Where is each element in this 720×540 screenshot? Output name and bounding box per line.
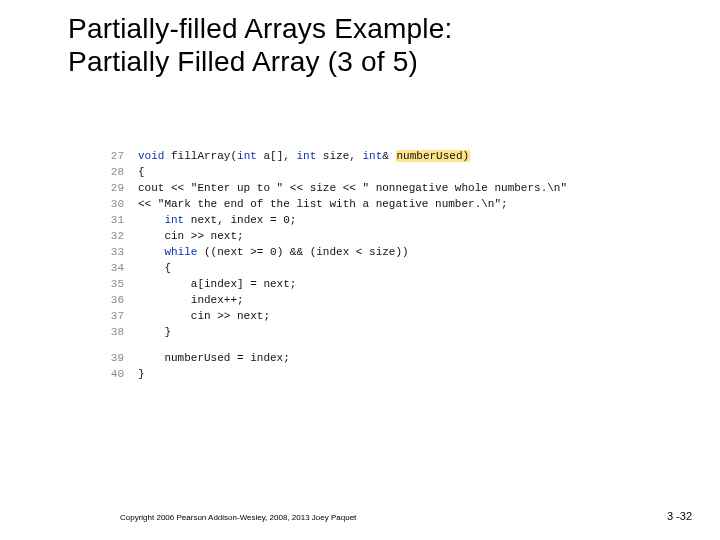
line-number: 34	[98, 260, 138, 276]
line-number: 30	[98, 196, 138, 212]
code-line-34: 34 {	[98, 260, 567, 276]
code-block: 27 void fillArray(int a[], int size, int…	[98, 148, 567, 382]
code-line-36: 36 index++;	[98, 292, 567, 308]
title-line-1: Partially-filled Arrays Example:	[68, 13, 453, 44]
title-line-2: Partially Filled Array (3 of 5)	[68, 46, 418, 77]
code-line-40: 40 }	[98, 366, 567, 382]
code-line-32: 32 cin >> next;	[98, 228, 567, 244]
code-text: cout << "Enter up to " << size << " nonn…	[138, 180, 567, 196]
code-text: void fillArray(int a[], int size, int& n…	[138, 148, 470, 164]
line-number: 39	[98, 350, 138, 366]
code-text: cin >> next;	[138, 308, 270, 324]
slide-title: Partially-filled Arrays Example: Partial…	[68, 12, 628, 78]
line-number: 29	[98, 180, 138, 196]
code-text: int next, index = 0;	[138, 212, 296, 228]
code-line-29: 29 cout << "Enter up to " << size << " n…	[98, 180, 567, 196]
line-number: 27	[98, 148, 138, 164]
code-text: {	[138, 164, 145, 180]
code-line-31: 31 int next, index = 0;	[98, 212, 567, 228]
line-number: 40	[98, 366, 138, 382]
code-line-27: 27 void fillArray(int a[], int size, int…	[98, 148, 567, 164]
line-number: 36	[98, 292, 138, 308]
code-text: index++;	[138, 292, 244, 308]
code-text: << "Mark the end of the list with a nega…	[138, 196, 508, 212]
slide: Partially-filled Arrays Example: Partial…	[0, 0, 720, 540]
code-line-39: 39 numberUsed = index;	[98, 350, 567, 366]
code-text: }	[138, 366, 145, 382]
line-number: 37	[98, 308, 138, 324]
code-text: numberUsed = index;	[138, 350, 290, 366]
code-line-38: 38 }	[98, 324, 567, 340]
code-line-28: 28 {	[98, 164, 567, 180]
code-text: while ((next >= 0) && (index < size))	[138, 244, 409, 260]
line-number: 32	[98, 228, 138, 244]
code-text: a[index] = next;	[138, 276, 296, 292]
code-line-30: 30 << "Mark the end of the list with a n…	[98, 196, 567, 212]
code-line-37: 37 cin >> next;	[98, 308, 567, 324]
page-number: 3 -32	[667, 510, 692, 522]
code-line-35: 35 a[index] = next;	[98, 276, 567, 292]
line-number: 28	[98, 164, 138, 180]
code-text: cin >> next;	[138, 228, 244, 244]
code-line-33: 33 while ((next >= 0) && (index < size))	[98, 244, 567, 260]
code-text: {	[138, 260, 171, 276]
code-text: }	[138, 324, 171, 340]
copyright-text: Copyright 2006 Pearson Addison-Wesley, 2…	[120, 513, 356, 522]
line-number: 38	[98, 324, 138, 340]
highlight-numberused: numberUsed)	[396, 150, 471, 162]
line-number: 35	[98, 276, 138, 292]
line-number: 31	[98, 212, 138, 228]
line-number: 33	[98, 244, 138, 260]
blank-line	[98, 340, 567, 350]
